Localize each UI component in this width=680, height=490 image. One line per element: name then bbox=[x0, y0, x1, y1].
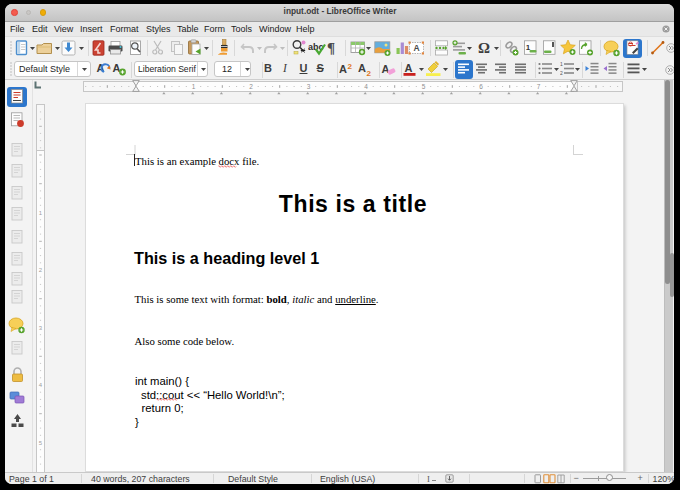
svg-text:4: 4 bbox=[38, 382, 42, 388]
svg-text:3: 3 bbox=[306, 83, 310, 90]
svg-text:7: 7 bbox=[536, 83, 540, 90]
svg-text:Ω: Ω bbox=[478, 40, 490, 56]
svg-text:2: 2 bbox=[249, 83, 253, 90]
svg-text:2: 2 bbox=[366, 69, 371, 78]
svg-text:¶: ¶ bbox=[327, 40, 335, 56]
svg-text:5: 5 bbox=[421, 83, 425, 90]
svg-text:1: 1 bbox=[38, 210, 42, 216]
svg-text:2: 2 bbox=[560, 70, 563, 76]
svg-text:4: 4 bbox=[364, 83, 368, 90]
svg-text:A: A bbox=[405, 62, 413, 74]
svg-text:A: A bbox=[414, 43, 420, 53]
svg-text:A: A bbox=[339, 63, 347, 75]
svg-text:6: 6 bbox=[479, 83, 483, 90]
svg-text:3: 3 bbox=[38, 325, 42, 331]
svg-text:1: 1 bbox=[560, 62, 563, 67]
svg-text:2: 2 bbox=[38, 267, 42, 273]
svg-text:1: 1 bbox=[191, 83, 195, 90]
svg-text:2: 2 bbox=[348, 62, 353, 71]
svg-text:A: A bbox=[358, 62, 366, 74]
svg-text:5: 5 bbox=[38, 440, 42, 446]
